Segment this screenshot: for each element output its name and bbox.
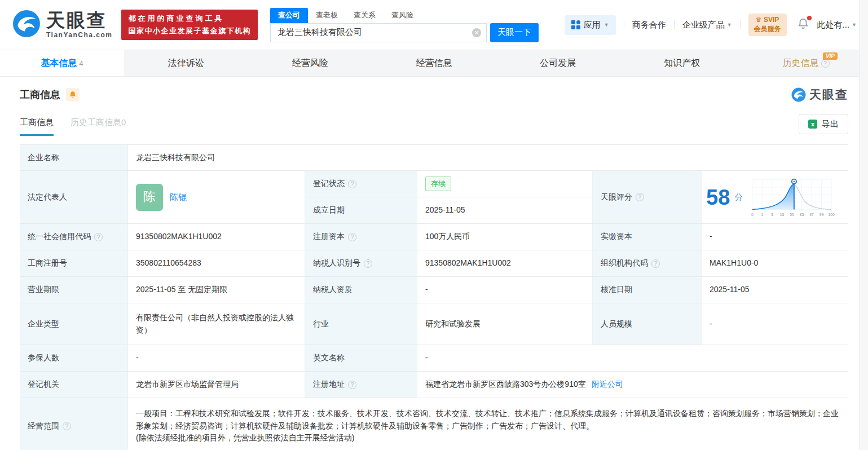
search-button[interactable]: 天眼一下 [490, 23, 539, 42]
page-tab-经营信息[interactable]: 经营信息 [372, 50, 496, 76]
field-label: 工商注册号 [20, 250, 128, 276]
help-icon[interactable]: ? [348, 180, 356, 188]
svg-text:100: 100 [829, 213, 835, 217]
page-tab-基本信息[interactable]: 基本信息4 [0, 50, 124, 76]
page-tab-label: 基本信息 [41, 58, 77, 69]
field-label-text: 企业名称 [28, 152, 59, 164]
scrollbar[interactable] [859, 0, 868, 450]
field-value: - [702, 224, 848, 250]
legal-representative-cell: 陈陈锟 [128, 171, 305, 223]
help-icon[interactable]: ? [94, 233, 103, 241]
field-label: 纳税人识别号? [305, 250, 417, 276]
field-label-text: 登记机关 [28, 378, 59, 391]
field-value: 2025-11-05 [702, 277, 848, 303]
field-value: 91350802MAK1H1U002 [417, 250, 593, 276]
help-icon[interactable]: ? [821, 59, 830, 68]
slogan-line2: 国家中小企业发展子基金旗下机构 [128, 26, 251, 36]
help-icon[interactable]: ? [348, 233, 356, 241]
field-value: 存续 [417, 171, 592, 197]
page: 天眼查 TianYanCha.com 都在用的商业查询工具 国家中小企业发展子基… [0, 0, 868, 450]
notification-dot [807, 16, 812, 20]
field-label: 登记机关 [20, 372, 128, 398]
search-input[interactable] [270, 23, 487, 42]
field-label-text: 法定代表人 [28, 191, 67, 204]
avatar[interactable]: 陈 [136, 184, 163, 211]
search-tab-查老板[interactable]: 查老板 [308, 8, 346, 23]
help-icon[interactable]: ? [364, 259, 372, 268]
svg-text:97: 97 [810, 213, 814, 217]
field-label-text: 注册地址 [313, 378, 345, 391]
subtab-工商信息[interactable]: 工商信息 [20, 117, 54, 136]
field-value: 有限责任公司（非自然人投资或控股的法人独资） [128, 303, 305, 345]
help-icon[interactable]: ? [636, 193, 644, 201]
help-icon[interactable]: ? [63, 422, 71, 430]
subtab-历史工商信息0[interactable]: 历史工商信息0 [71, 117, 126, 136]
field-label: 登记状态? [305, 171, 417, 197]
field-value: 100万人民币 [417, 224, 593, 250]
field-label-text: 纳税人资质 [313, 284, 353, 296]
table-row: 经营范围?一般项目：工程和技术研究和试验发展；软件开发；技术服务、技术开发、技术… [20, 398, 848, 450]
page-tab-法律诉讼[interactable]: 法律诉讼 [124, 50, 248, 76]
table-row: 企业类型有限责任公司（非自然人投资或控股的法人独资）行业研究和试验发展人员规模- [20, 303, 848, 345]
field-label-text: 行业 [313, 318, 329, 330]
field-value: MAK1H1U0-0 [702, 250, 848, 276]
table-row: 参保人数-英文名称- [20, 345, 848, 372]
nav-item-cooperation[interactable]: 商务合作 [632, 20, 666, 30]
apps-menu-button[interactable]: 应用 ▼ [565, 15, 616, 35]
account-menu[interactable]: 此处有... ▼ [817, 20, 857, 30]
notification-bell-icon[interactable] [797, 17, 809, 32]
brand-domain: TianYanCha.com [46, 31, 112, 39]
address-text: 福建省龙岩市新罗区西陂路303号办公楼910室 [425, 378, 586, 391]
field-label: 实缴资本 [593, 224, 702, 250]
field-value: 2025-11-05 至 无固定期限 [128, 277, 305, 303]
page-tab-经营风险[interactable]: 经营风险 [248, 50, 372, 76]
search-tab-查关系[interactable]: 查关系 [346, 8, 384, 23]
search-tab-查风险[interactable]: 查风险 [384, 8, 421, 23]
field-label-text: 组织机构代码 [601, 257, 648, 270]
field-label-text: 纳税人识别号 [313, 257, 360, 270]
field-label: 核准日期 [593, 277, 702, 303]
field-label: 注册地址? [305, 372, 417, 398]
svip-membership-button[interactable]: ♛ SVIP 会员服务 [748, 14, 787, 36]
export-button[interactable]: x 导出 [799, 114, 848, 134]
svg-text:1: 1 [761, 213, 764, 217]
section-head: 工商信息 天眼查 [0, 77, 868, 103]
tianyancha-eye-icon [791, 87, 806, 102]
field-label: 参保人数 [20, 345, 128, 371]
nav-item-enterprise[interactable]: 企业级产品 ▼ [682, 20, 732, 30]
field-label: 英文名称 [305, 345, 417, 371]
vip-tag: VIP [823, 52, 838, 60]
field-label: 营业期限 [20, 277, 128, 303]
page-tab-知识产权[interactable]: 知识产权 [620, 50, 744, 76]
apps-label: 应用 [584, 20, 601, 30]
field-label-text: 参保人数 [28, 352, 59, 364]
field-label-text: 经营范围 [28, 420, 59, 433]
app-grid-icon [571, 20, 580, 29]
page-tab-历史信息[interactable]: 历史信息VIP? [744, 50, 868, 76]
brand-logo[interactable]: 天眼查 TianYanCha.com [12, 10, 112, 40]
field-label: 成立日期 [305, 197, 417, 223]
status-badge: 存续 [425, 177, 451, 191]
chevron-down-icon: ▼ [852, 22, 857, 28]
excel-icon: x [808, 120, 817, 129]
search-tab-查公司[interactable]: 查公司 [270, 8, 308, 23]
nearby-companies-link[interactable]: 附近公司 [592, 378, 623, 391]
clear-search-icon[interactable]: ✕ [472, 28, 481, 37]
tianyancha-eye-icon [12, 10, 41, 40]
field-label-text: 实缴资本 [601, 231, 632, 243]
field-pair: 登记状态?存续 [305, 171, 592, 197]
legal-representative-link[interactable]: 陈锟 [170, 191, 187, 204]
status-date-group: 登记状态?存续成立日期2025-11-05 [305, 171, 593, 223]
score-value: 58 [706, 187, 730, 208]
field-pair: 成立日期2025-11-05 [305, 197, 592, 223]
field-label-text: 企业类型 [28, 318, 59, 330]
field-label-text: 天眼评分 [601, 191, 632, 204]
top-right-nav: 应用 ▼ 商务合作 企业级产品 ▼ ♛ SVIP 会员服务 [565, 14, 857, 36]
page-tab-label: 经营信息 [416, 58, 452, 69]
slogan-line1: 都在用的商业查询工具 [128, 14, 251, 24]
help-icon[interactable]: ? [651, 259, 660, 268]
field-label: 注册资本? [305, 224, 417, 250]
help-icon[interactable]: ? [348, 381, 356, 389]
page-tab-公司发展[interactable]: 公司发展 [496, 50, 620, 76]
subscribe-bell-icon[interactable] [66, 88, 80, 102]
